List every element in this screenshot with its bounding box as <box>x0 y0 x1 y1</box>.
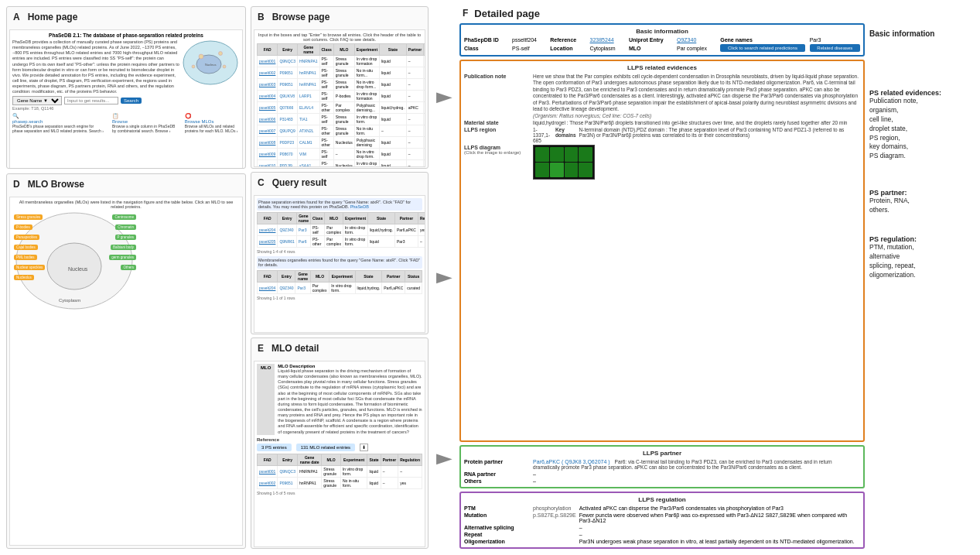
browse-col-genename[interactable]: Gene name <box>297 44 319 56</box>
query-col-entry[interactable]: Entry <box>278 213 296 224</box>
mlo-row-link[interactable]: psselt002 <box>259 481 275 485</box>
mutation-label: Mutation <box>464 512 530 523</box>
search-button[interactable]: Search <box>121 98 142 104</box>
mlo-col-fad[interactable]: FAD <box>258 454 278 465</box>
browse-row-link[interactable]: psselt009 <box>259 152 275 156</box>
query-col2-fad[interactable]: FAD <box>258 271 278 283</box>
mlo-centrosome[interactable]: Centrosome <box>112 214 136 220</box>
query-col2-partner[interactable]: Partner <box>382 271 405 283</box>
mlo-balbiani-body[interactable]: Balbiani body <box>111 245 136 250</box>
query-col2-status[interactable]: Status <box>405 271 422 283</box>
mlo-stress-granules[interactable]: Stress granules <box>14 214 43 220</box>
query-col-partner[interactable]: Partner <box>394 213 418 224</box>
mlo-col-regulation[interactable]: Regulation <box>398 454 422 465</box>
home-page-title: Home page <box>26 9 80 26</box>
query-col-fad[interactable]: FAD <box>258 213 278 224</box>
query-col2-mlo[interactable]: MLO <box>310 271 329 283</box>
query-col-gene[interactable]: Gene name <box>296 213 310 224</box>
mlo-row-link[interactable]: psselt001 <box>259 469 275 474</box>
browse-col-state[interactable]: State <box>380 44 407 56</box>
mlo-nucleolus[interactable]: Nucleolus <box>14 275 34 280</box>
search-select[interactable]: Gene Name ▼ <box>12 96 62 105</box>
rna-partner-label: RNA partner <box>464 471 530 477</box>
query-col-state[interactable]: State <box>368 213 395 224</box>
gene-names-label: Gene names <box>720 37 804 43</box>
browse-row-link[interactable]: psselt006 <box>259 117 275 122</box>
table-row: psselt010 P0DJI9 sSAA1 PS-self Nucleolus… <box>258 160 426 168</box>
query-col-exp[interactable]: Experiment <box>343 213 367 224</box>
cell-diagram: Nucleus <box>182 39 240 86</box>
browse-col-partner[interactable]: Partner <box>406 44 424 56</box>
browse-row-link[interactable]: psselt005 <box>259 105 275 110</box>
mlo-table-count: Showing 1-5 of 5 rows <box>257 491 422 495</box>
browse-row-link[interactable]: psselt010 <box>259 163 275 167</box>
nav-browse-mlos[interactable]: ⭕ Browse MLOs Browse all MLOs and relate… <box>185 113 240 133</box>
table-row: psselt009 P08670 VIM PS-self – No in-vit… <box>258 149 426 160</box>
browse-row-link[interactable]: psselt002 <box>259 70 275 75</box>
browse-col-regulation[interactable]: Regulation <box>424 44 425 56</box>
mlo-paraspeckles[interactable]: Paraspeckles <box>14 235 39 240</box>
query-col2-state[interactable]: State <box>355 271 382 283</box>
browse-row-link[interactable]: psselt003 <box>259 82 275 87</box>
query-row-link[interactable]: psselt204 <box>259 228 275 232</box>
query-col-class[interactable]: Class <box>310 213 324 224</box>
others-value: – <box>533 478 860 484</box>
mlo-others[interactable]: Others <box>121 265 136 270</box>
mlo-col-entry[interactable]: Entry <box>278 454 298 465</box>
repeat-label: Repeat <box>464 532 530 537</box>
mlo-germ-granules[interactable]: germ granules <box>109 255 136 260</box>
query-row2-link[interactable]: psselt204 <box>259 286 275 290</box>
llps-regulation-title: LLPS regulation <box>464 496 860 503</box>
nav-phasep[interactable]: 🔍 phasep.search PhaSeDB's phase separati… <box>12 113 104 133</box>
browse-row-link[interactable]: psselt004 <box>259 94 275 98</box>
browse-row-link[interactable]: psselt007 <box>259 128 275 133</box>
protein-partner-link[interactable]: Par6,aPKC ( Q9JK8 3,Q62074 ) <box>533 459 610 464</box>
uniprot-value[interactable]: Q9Z340 <box>677 37 715 43</box>
query-col2-gene[interactable]: Gene name <box>295 271 310 283</box>
mlo-basic-label: MLO <box>629 46 672 51</box>
mlo-col-gene-date[interactable]: Gene name date <box>297 454 321 465</box>
mlo-col-exp[interactable]: Experiment <box>340 454 367 465</box>
mlo-col-state[interactable]: State <box>367 454 381 465</box>
arrow-2: ▶ <box>436 269 452 286</box>
browse-col-mlo[interactable]: MLO <box>333 44 354 56</box>
browse-col-entry[interactable]: Entry <box>278 44 298 56</box>
mlo-export-btn[interactable]: ⬇ <box>360 444 368 451</box>
mlo-col-mlo[interactable]: MLO <box>322 454 341 465</box>
pub-note-value: Here we show that the Par complex exhibi… <box>533 74 860 118</box>
mlo-p-granules[interactable]: P granules <box>115 235 136 240</box>
query-table-1: FAD Entry Gene name Class MLO Experiment… <box>257 212 425 248</box>
mlo-nuclear-speckles[interactable]: Nuclear speckles <box>14 265 45 270</box>
class-value: PS-self <box>512 46 545 51</box>
llps-diagram-image[interactable] <box>533 145 860 180</box>
search-predictions-button[interactable]: Click to search related predictions <box>720 44 804 52</box>
browse-col-fad[interactable]: FAD <box>258 44 278 56</box>
nav-browse[interactable]: 📋 Browse Browse a single column in PhaSe… <box>112 113 177 133</box>
reference-value[interactable]: 32385244 <box>590 37 624 43</box>
query-col2-exp[interactable]: Experiment <box>330 271 355 283</box>
mlo-mlo-entries[interactable]: 131 MLO related entries <box>296 444 355 451</box>
browse-row-link[interactable]: psselt008 <box>259 140 275 145</box>
browse-col-class[interactable]: Class <box>319 44 333 56</box>
mlo-ps-entries[interactable]: 3 PS entries <box>257 444 292 451</box>
mlo-p-bodies[interactable]: P-bodies <box>14 224 32 230</box>
query-col2-entry[interactable]: Entry <box>278 271 295 283</box>
svg-text:Nucleus: Nucleus <box>68 266 88 272</box>
mlo-cajal-bodies[interactable]: Cajal bodies <box>14 245 38 250</box>
query-sub2: Membraneless organelles entries found fo… <box>257 256 422 269</box>
phasepdb-link[interactable]: PhaSeDB <box>350 204 369 209</box>
browse-col-experiment[interactable]: Experiment <box>354 44 379 56</box>
protein-partner-label: Protein partner <box>464 459 530 470</box>
mlo-pml-bodies[interactable]: PML bodies <box>14 255 37 260</box>
llps-region-row: 1-1337,1-685 Key domains N-terminal doma… <box>533 127 860 143</box>
mlo-col-partner[interactable]: Partner <box>381 454 398 465</box>
browse-row-link[interactable]: psselt001 <box>259 59 275 63</box>
mlo-browse-content: All membraneless organelles (MLOs) were … <box>9 197 243 546</box>
query-col-mlo[interactable]: MLO <box>325 213 343 224</box>
query-row-link[interactable]: psselt205 <box>259 239 275 244</box>
related-diseases-button[interactable]: Related diseases <box>810 44 860 52</box>
llps-partner-title: LLPS partner <box>464 450 860 457</box>
search-input[interactable] <box>64 97 118 104</box>
query-col-reg[interactable]: Regulation <box>418 213 425 224</box>
mlo-chromatin[interactable]: Chromatin <box>115 224 136 230</box>
